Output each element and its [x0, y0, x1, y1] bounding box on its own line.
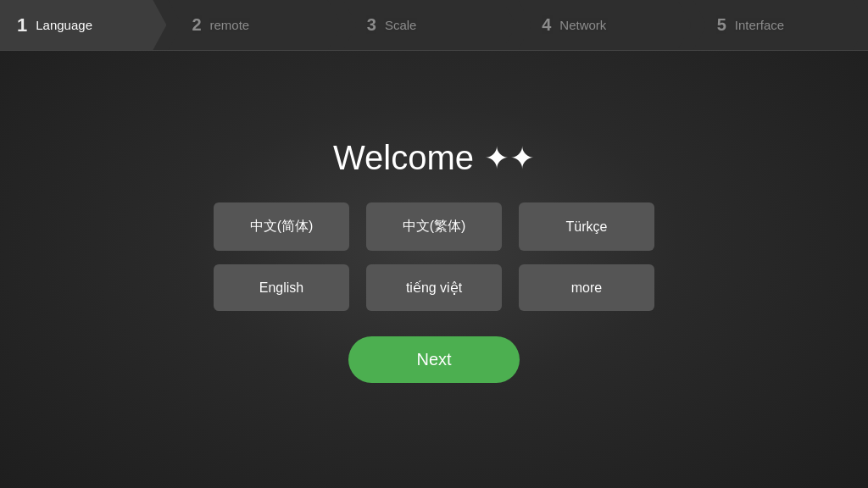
step-language[interactable]: 1Language: [0, 0, 166, 50]
step-label-2: remote: [210, 18, 250, 32]
step-number-5: 5: [717, 15, 726, 35]
next-button[interactable]: Next: [348, 336, 519, 383]
language-grid: 中文(简体)中文(繁体)TürkçeEnglishtiếng việtmore: [214, 202, 654, 311]
sparkle-icon: ✦✦: [484, 141, 535, 176]
lang-btn-tr[interactable]: Türkçe: [519, 202, 654, 251]
step-remote[interactable]: 2remote: [168, 0, 341, 50]
step-number-4: 4: [542, 15, 551, 35]
lang-btn-en[interactable]: English: [214, 264, 349, 311]
main-content: Welcome ✦✦ 中文(简体)中文(繁体)TürkçeEnglishtiến…: [214, 51, 654, 488]
step-number-2: 2: [192, 15, 201, 35]
lang-btn-zh-hant[interactable]: 中文(繁体): [366, 202, 502, 251]
step-interface[interactable]: 5Interface: [693, 0, 866, 50]
step-number-3: 3: [367, 15, 376, 35]
step-label-1: Language: [36, 18, 92, 32]
lang-btn-vi[interactable]: tiếng việt: [366, 264, 502, 311]
lang-btn-zh-hans[interactable]: 中文(简体): [214, 202, 349, 251]
step-label-4: Network: [559, 18, 606, 32]
stepper: 1Language2remote3Scale4Network5Interface: [0, 0, 868, 51]
step-label-5: Interface: [735, 18, 784, 32]
step-label-3: Scale: [385, 18, 417, 32]
step-scale[interactable]: 3Scale: [343, 0, 516, 50]
step-network[interactable]: 4Network: [518, 0, 691, 50]
welcome-text: Welcome: [333, 139, 474, 177]
lang-btn-more[interactable]: more: [519, 264, 654, 311]
step-number-1: 1: [17, 14, 27, 36]
welcome-title: Welcome ✦✦: [333, 139, 535, 177]
